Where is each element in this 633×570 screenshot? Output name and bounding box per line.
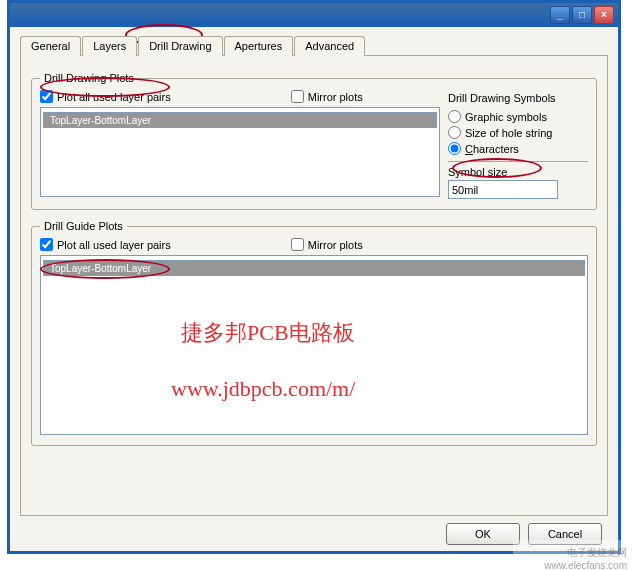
list-item[interactable]: TopLayer-BottomLayer	[43, 260, 585, 276]
mirror-plots-guide-text: Mirror plots	[308, 239, 363, 251]
maximize-button[interactable]: □	[572, 6, 592, 24]
radio-characters-text: Characters	[465, 143, 519, 155]
radio-size-of-hole[interactable]	[448, 126, 461, 139]
plot-all-used-guide-checkbox[interactable]	[40, 238, 53, 251]
drill-drawing-plots-legend: Drill Drawing Plots	[40, 72, 138, 84]
plot-all-used-guide-label[interactable]: Plot all used layer pairs	[40, 238, 171, 251]
radio-graphic-symbols-text: Graphic symbols	[465, 111, 547, 123]
radio-characters-label[interactable]: Characters	[448, 142, 588, 155]
drill-guide-plots-group: Drill Guide Plots Plot all used layer pa…	[31, 220, 597, 446]
titlebar: _ □ ×	[10, 3, 618, 27]
tab-page-drill-drawing: Drill Drawing Plots Plot all used layer …	[20, 56, 608, 516]
window-buttons: _ □ ×	[550, 6, 614, 24]
radio-graphic-symbols-label[interactable]: Graphic symbols	[448, 110, 588, 123]
plot-all-used-guide-text: Plot all used layer pairs	[57, 239, 171, 251]
plot-all-used-drawing-checkbox[interactable]	[40, 90, 53, 103]
drill-drawing-symbols-panel: Drill Drawing Symbols Graphic symbols Si…	[448, 90, 588, 199]
tab-advanced[interactable]: Advanced	[294, 36, 365, 56]
tab-strip: General Layers Drill Drawing Apertures A…	[20, 35, 608, 56]
corner-watermark: 电子发烧龙网 www.elecfans.com	[513, 540, 633, 570]
drill-guide-layer-list[interactable]: TopLayer-BottomLayer 捷多邦PCB电路板 www.jdbpc…	[40, 255, 588, 435]
drill-drawing-symbols-title: Drill Drawing Symbols	[448, 92, 588, 104]
mirror-plots-drawing-checkbox[interactable]	[291, 90, 304, 103]
plot-all-used-drawing-label[interactable]: Plot all used layer pairs	[40, 90, 171, 103]
radio-graphic-symbols[interactable]	[448, 110, 461, 123]
drill-drawing-layer-list[interactable]: TopLayer-BottomLayer	[40, 107, 440, 197]
tab-general[interactable]: General	[20, 36, 81, 56]
minimize-button[interactable]: _	[550, 6, 570, 24]
close-button[interactable]: ×	[594, 6, 614, 24]
tab-drill-drawing[interactable]: Drill Drawing	[138, 36, 222, 56]
radio-size-of-hole-label[interactable]: Size of hole string	[448, 126, 588, 139]
plot-all-used-drawing-text: Plot all used layer pairs	[57, 91, 171, 103]
ok-button[interactable]: OK	[446, 523, 520, 545]
drill-drawing-plots-group: Drill Drawing Plots Plot all used layer …	[31, 72, 597, 210]
drill-guide-plots-legend: Drill Guide Plots	[40, 220, 127, 232]
radio-characters[interactable]	[448, 142, 461, 155]
list-item[interactable]: TopLayer-BottomLayer	[43, 112, 437, 128]
dialog-window: _ □ × General Layers Drill Drawing Apert…	[7, 0, 621, 554]
dialog-content: General Layers Drill Drawing Apertures A…	[10, 27, 618, 551]
watermark-text-2: www.jdbpcb.com/m/	[171, 376, 355, 402]
mirror-plots-drawing-text: Mirror plots	[308, 91, 363, 103]
mirror-plots-guide-label[interactable]: Mirror plots	[291, 238, 363, 251]
mirror-plots-drawing-label[interactable]: Mirror plots	[291, 90, 363, 103]
symbol-size-label: Symbol size	[448, 161, 588, 178]
tab-apertures[interactable]: Apertures	[224, 36, 294, 56]
mirror-plots-guide-checkbox[interactable]	[291, 238, 304, 251]
symbol-size-input[interactable]	[448, 180, 558, 199]
tab-layers[interactable]: Layers	[82, 36, 137, 56]
watermark-text-1: 捷多邦PCB电路板	[181, 318, 355, 348]
radio-size-of-hole-text: Size of hole string	[465, 127, 552, 139]
